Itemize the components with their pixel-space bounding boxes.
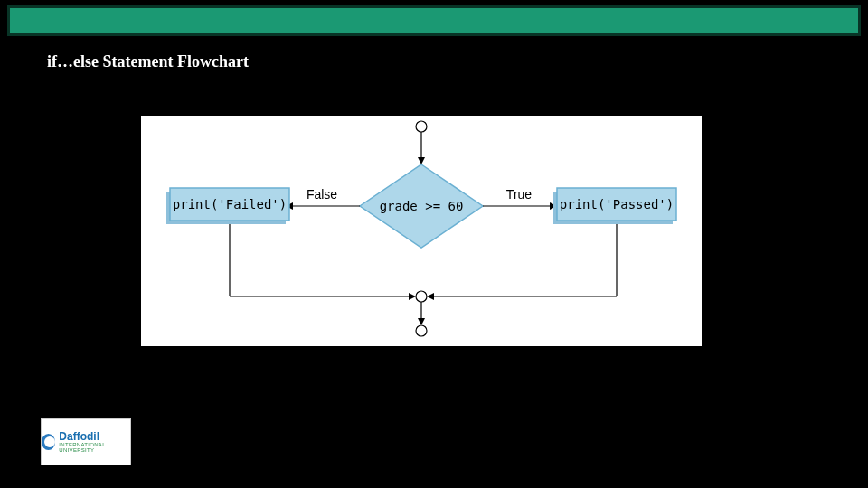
true-label: True bbox=[506, 187, 532, 202]
false-action-box: print('Failed') bbox=[166, 188, 289, 224]
start-node bbox=[416, 121, 427, 132]
title-bar bbox=[7, 5, 861, 36]
condition-text: grade >= 60 bbox=[380, 199, 464, 213]
true-action-box: print('Passed') bbox=[553, 188, 676, 224]
svg-marker-17 bbox=[418, 318, 425, 325]
svg-marker-1 bbox=[418, 157, 425, 164]
false-label: False bbox=[307, 187, 337, 202]
merge-node bbox=[416, 291, 427, 302]
slide-title: if…else Statement Flowchart bbox=[47, 52, 249, 71]
logo-icon bbox=[42, 434, 55, 450]
university-logo: Daffodil INTERNATIONAL UNIVERSITY bbox=[41, 418, 131, 465]
flowchart-diagram: grade >= 60 False True print('Failed') p… bbox=[141, 116, 702, 346]
true-action-text: print('Passed') bbox=[560, 197, 674, 211]
logo-subtitle: INTERNATIONAL UNIVERSITY bbox=[59, 442, 130, 453]
end-node bbox=[416, 325, 427, 336]
false-action-text: print('Failed') bbox=[173, 197, 287, 211]
svg-marker-12 bbox=[409, 293, 416, 300]
svg-marker-15 bbox=[427, 293, 434, 300]
logo-name: Daffodil bbox=[59, 431, 130, 442]
